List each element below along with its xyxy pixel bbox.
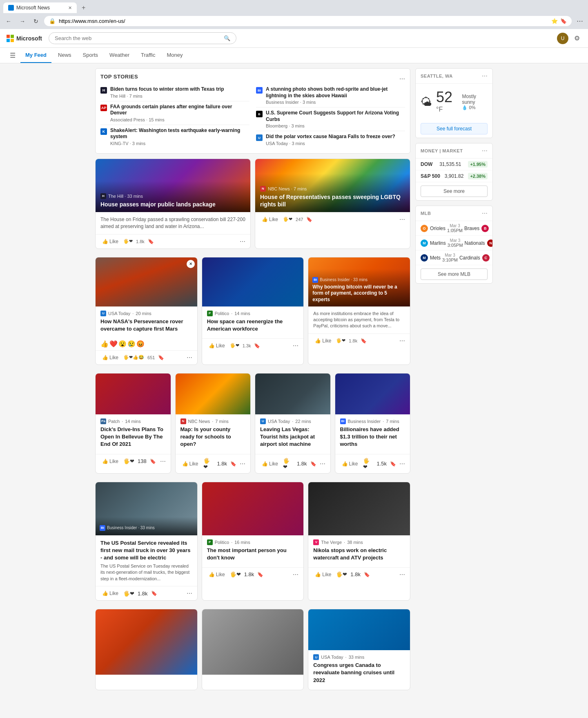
star-icon[interactable]: ⭐ (551, 18, 558, 24)
bookmark-button[interactable]: 🔖 (151, 591, 157, 596)
more-options-button[interactable]: ⋯ (240, 461, 245, 467)
nav-item-news[interactable]: News (53, 48, 76, 63)
more-options-button[interactable]: ⋯ (160, 458, 166, 465)
more-options-button[interactable]: ⋯ (399, 216, 405, 223)
like-button[interactable]: 👍 Like (260, 216, 280, 223)
cruise-card[interactable]: U USA Today · 33 mins Congress urges Can… (308, 609, 410, 690)
mlb-see-more-button[interactable]: See more MLB (421, 268, 488, 280)
like-button[interactable]: 👍 Like (100, 590, 120, 597)
list-item[interactable]: H Biden turns focus to winter storm with… (100, 84, 249, 101)
new-tab-button[interactable]: + (78, 2, 89, 13)
game-date: Mar 3 (447, 224, 463, 228)
more-options-button[interactable]: ⋯ (187, 354, 192, 361)
collections-icon[interactable]: 🔖 (560, 18, 567, 24)
nav-item-my-feed[interactable]: My Feed (20, 48, 51, 63)
space-card[interactable]: P Politico · 14 mins How space can reene… (202, 257, 304, 365)
like-button[interactable]: 👍 Like (313, 571, 333, 578)
logo-yellow (11, 39, 14, 42)
like-button[interactable]: 👍 Like (313, 337, 333, 344)
user-avatar[interactable]: U (557, 33, 568, 44)
close-card-button[interactable]: ✕ (187, 260, 195, 268)
like-button[interactable]: 👍 Like (207, 571, 227, 578)
market-more-button[interactable]: ⋯ (482, 148, 488, 154)
bookmark-button[interactable]: 🔖 (230, 461, 236, 467)
nav-item-traffic[interactable]: Traffic (136, 48, 160, 63)
card-body: The House on Friday passed a sprawling c… (96, 212, 250, 234)
like-button[interactable]: 👍 Like (100, 458, 120, 465)
market-row-dow[interactable]: DOW 31,535.51 +1.95% (416, 159, 492, 170)
address-input[interactable] (59, 18, 548, 24)
mlb-game-1[interactable]: O Orioles Mar 3 1:05PM Braves B (416, 221, 492, 236)
more-options-button[interactable]: ⋯ (399, 338, 405, 344)
forward-button[interactable]: → (17, 16, 28, 26)
card-source: N NBC News · 7 mins (180, 418, 246, 424)
header-search-input[interactable] (55, 35, 220, 41)
politico-card[interactable]: P Politico · 16 mins The most important … (202, 482, 304, 601)
nav-item-money[interactable]: Money (162, 48, 187, 63)
more-options-button[interactable]: ⋯ (187, 590, 192, 597)
more-options-button[interactable]: ⋯ (293, 342, 298, 349)
list-item[interactable]: B U.S. Supreme Court Suggests Support fo… (256, 107, 405, 131)
nasa-card[interactable]: ✕ U USA Today · 20 mins How NASA's Perse… (95, 257, 198, 365)
airport-card[interactable]: U USA Today · 22 mins Leaving Las Vegas:… (255, 373, 331, 474)
surface-card[interactable] (95, 609, 198, 690)
postal-card[interactable]: BI Business Insider · 33 mins The US Pos… (95, 482, 198, 601)
header-search-bar[interactable]: 🔍 (49, 32, 236, 44)
more-options-button[interactable]: ⋯ (240, 238, 245, 245)
more-options-button[interactable]: ⋯ (399, 571, 405, 578)
bookmark-button[interactable]: 🔖 (158, 355, 164, 360)
like-button[interactable]: 👍 Like (207, 342, 227, 349)
hamburger-menu[interactable]: ☰ (7, 48, 19, 63)
nav-item-sports[interactable]: Sports (78, 48, 103, 63)
top-stories-more[interactable]: ⋯ (399, 76, 405, 82)
mlb-game-2[interactable]: M Marlins Mar 3 3:05PM Nationals N (416, 236, 492, 251)
settings-button[interactable]: ⚙ (572, 33, 581, 44)
address-bar[interactable]: 🔒 ⭐ 🔖 (44, 16, 572, 26)
list-item[interactable]: K ShakeAlert: Washington tests earthquak… (100, 125, 249, 148)
market-row-sp500[interactable]: S&P 500 3,901.82 +2.38% (416, 170, 492, 182)
browser-menu-button[interactable]: ⋯ (575, 16, 585, 27)
bookmark-button[interactable]: 🔖 (361, 338, 367, 344)
weather-more-button[interactable]: ⋯ (482, 73, 488, 79)
house-lands-card[interactable]: H The Hill · 33 mins House passes major … (95, 159, 251, 249)
more-options-button[interactable]: ⋯ (399, 461, 405, 467)
dicks-card[interactable]: Pa Patch · 14 mins Dick's Drive-Ins Plan… (95, 373, 171, 474)
active-tab[interactable]: Microsoft News ✕ (3, 2, 77, 13)
tab-close-button[interactable]: ✕ (68, 5, 72, 11)
game-date: Mar 3 (442, 253, 458, 257)
lgbtq-card[interactable]: N NBC News · 7 mins House of Representat… (255, 159, 410, 249)
mlb-game-3[interactable]: M Mets Mar 3 3:10PM Cardinals C (416, 251, 492, 265)
market-see-more-button[interactable]: See more (421, 186, 488, 197)
bitcoin-card[interactable]: BI Business Insider · 33 mins Why boomin… (308, 257, 410, 365)
like-button[interactable]: 👍 Like (340, 460, 360, 467)
mlb-more-button[interactable]: ⋯ (482, 210, 488, 217)
bookmark-button[interactable]: 🔖 (257, 572, 263, 577)
more-options-button[interactable]: ⋯ (320, 461, 325, 467)
bookmark-button[interactable]: 🔖 (254, 343, 260, 349)
like-button[interactable]: 👍 Like (100, 354, 120, 361)
bookmark-button[interactable]: 🔖 (150, 459, 156, 464)
weather-forecast-button[interactable]: See full forecast (421, 123, 488, 134)
list-item[interactable]: BI A stunning photo shows both red-sprit… (256, 84, 405, 107)
bookmark-button[interactable]: 🔖 (310, 461, 316, 467)
like-button[interactable]: 👍 Like (260, 460, 280, 467)
moon-card[interactable] (202, 609, 304, 690)
verge-card[interactable]: V The Verge · 38 mins Nikola stops work … (308, 482, 410, 601)
bookmark-button[interactable]: 🔖 (390, 461, 396, 467)
bookmark-button[interactable]: 🔖 (306, 217, 312, 222)
nav-item-weather[interactable]: Weather (105, 48, 134, 63)
list-item[interactable]: U Did the polar vortex cause Niagara Fal… (256, 131, 405, 148)
source-logo: U (260, 418, 266, 424)
bookmark-button[interactable]: 🔖 (148, 239, 154, 244)
more-options-button[interactable]: ⋯ (293, 571, 298, 578)
billionaire-card[interactable]: BI Business Insider · 7 mins Billionaire… (335, 373, 411, 474)
bookmark-button[interactable]: 🔖 (364, 572, 370, 577)
like-icon: 👍 (315, 338, 321, 344)
map-card[interactable]: N NBC News · 7 mins Map: Is your county … (175, 373, 251, 474)
like-button[interactable]: 👍 Like (180, 460, 200, 467)
like-button[interactable]: 👍 Like (100, 238, 120, 245)
refresh-button[interactable]: ↻ (31, 16, 41, 26)
list-item[interactable]: AP FAA grounds certain planes after engi… (100, 101, 249, 125)
header-search-icon[interactable]: 🔍 (224, 35, 230, 41)
back-button[interactable]: ← (3, 16, 14, 26)
